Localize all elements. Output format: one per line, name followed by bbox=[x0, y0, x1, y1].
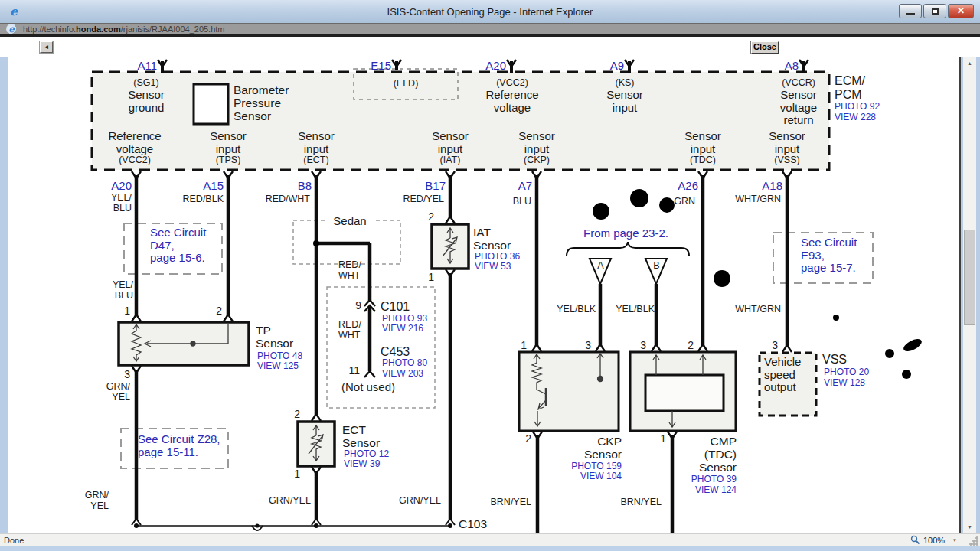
status-bar: Done 100% ▼ bbox=[0, 533, 980, 546]
c101-view-link[interactable]: VIEW 216 bbox=[382, 324, 431, 334]
tp-pin1: 1 bbox=[115, 305, 130, 317]
vccr-sub: (VCCR) bbox=[773, 78, 824, 89]
window-bottom-border bbox=[0, 546, 980, 551]
scroll-down-button[interactable]: ▼ bbox=[963, 520, 976, 533]
ecm-photo-link[interactable]: PHOTO 92 bbox=[835, 102, 888, 112]
wire-color-grn-yel-1: GRN/ YEL bbox=[101, 382, 130, 403]
ks-sensor-input-label: Sensor input bbox=[602, 89, 648, 114]
ckp-pin2: 2 bbox=[516, 433, 531, 445]
bottom-sub-ckp: (CKP) bbox=[505, 155, 569, 166]
bottom-label-vss: Sensor input bbox=[753, 130, 822, 155]
pin-a9-label[interactable]: A9 bbox=[592, 60, 624, 73]
wire-color-blu: BLU bbox=[504, 197, 531, 207]
eld-sub: (ELD) bbox=[381, 79, 430, 90]
wire-color-yel-blk-a: YEL/BLK bbox=[551, 305, 596, 315]
bottom-sub-ect: (ECT) bbox=[284, 155, 348, 166]
note-z28[interactable]: See Circuit Z28, page 15-11. bbox=[138, 433, 228, 458]
ckp-pin1: 1 bbox=[511, 340, 527, 351]
wire-color-grn-yel-ect: GRN/YEL bbox=[265, 496, 311, 507]
pin-a18-label[interactable]: A18 bbox=[750, 180, 782, 193]
reference-voltage-top-label: Reference voltage bbox=[481, 89, 544, 114]
vss-photo-link[interactable]: PHOTO 20 bbox=[824, 367, 873, 377]
ks-sub: (KS) bbox=[602, 78, 648, 89]
ckp-view-link[interactable]: VIEW 104 bbox=[570, 471, 622, 481]
pin-e15-label[interactable]: E15 bbox=[359, 60, 391, 73]
iat-view-link[interactable]: VIEW 53 bbox=[475, 262, 521, 272]
sedan-label: Sedan bbox=[325, 215, 374, 228]
wire-color-red-blk: RED/BLK bbox=[173, 194, 224, 205]
bottom-label-ect: Sensor input bbox=[282, 130, 351, 155]
ecm-bottom-pin-symbols bbox=[132, 171, 792, 178]
resize-grip[interactable] bbox=[969, 536, 978, 546]
wire-color-red-wht: RED/WHT bbox=[260, 194, 310, 205]
cmp-inner-box bbox=[645, 375, 724, 411]
ect-view-link[interactable]: VIEW 39 bbox=[344, 459, 390, 469]
pin-a15-label[interactable]: A15 bbox=[191, 180, 224, 193]
wire-color-red-yel: RED/YEL bbox=[394, 194, 444, 205]
not-used-label: (Not used) bbox=[341, 381, 412, 394]
zoom-caret-icon: ▼ bbox=[952, 538, 957, 543]
c103-id: C103 bbox=[459, 517, 497, 530]
iat-pin1: 1 bbox=[419, 272, 434, 283]
status-text: Done bbox=[4, 536, 24, 545]
sensor-ground-label: Sensor ground bbox=[113, 89, 179, 114]
scrollbar-thumb[interactable] bbox=[964, 230, 975, 325]
triangle-a-letter: A bbox=[595, 261, 606, 272]
tp-pin3: 3 bbox=[115, 369, 130, 380]
from-page-brace bbox=[567, 242, 689, 284]
c453-id: C453 bbox=[381, 345, 422, 359]
zoom-control[interactable]: 100% ▼ bbox=[910, 535, 957, 545]
wire-color-grn-yel-iat: GRN/YEL bbox=[395, 496, 441, 507]
c453-photo-link[interactable]: PHOTO 80 bbox=[382, 358, 431, 368]
tp-sensor-name: TP Sensor bbox=[256, 324, 303, 350]
ect-pin1: 1 bbox=[285, 468, 300, 480]
note-e93[interactable]: See Circuit E93, page 15-7. bbox=[801, 236, 874, 275]
c101-id: C101 bbox=[381, 300, 422, 314]
cmp-view-link[interactable]: VIEW 124 bbox=[684, 485, 737, 495]
ecm-view-link[interactable]: VIEW 228 bbox=[835, 112, 888, 122]
bottom-label-ckp: Sensor input bbox=[502, 130, 571, 155]
vss-name: VSS bbox=[822, 353, 858, 367]
cmp-pin1: 1 bbox=[651, 433, 666, 445]
ckp-pin3: 3 bbox=[576, 340, 591, 351]
triangle-b-letter: B bbox=[651, 261, 662, 272]
vertical-scrollbar[interactable]: ▲ ▼ bbox=[963, 57, 976, 533]
ect-pin2: 2 bbox=[285, 409, 300, 420]
c453-view-link[interactable]: VIEW 203 bbox=[382, 369, 431, 379]
iat-pin2: 2 bbox=[419, 211, 434, 223]
cmp-pin2: 2 bbox=[678, 340, 694, 351]
pin-a11-label[interactable]: A11 bbox=[125, 60, 157, 73]
bottom-sub-iat: (IAT) bbox=[418, 155, 482, 166]
bottom-sub-tps: (TPS) bbox=[196, 155, 260, 166]
pin-a20-label[interactable]: A20 bbox=[100, 180, 132, 193]
wire-color-yel-blk-b: YEL/BLK bbox=[610, 305, 655, 315]
wire-color-brn-yel-cmp: BRN/YEL bbox=[616, 497, 662, 508]
tp-view-link[interactable]: VIEW 125 bbox=[257, 361, 306, 371]
wire-color-grn-yel-2: GRN/ YEL bbox=[80, 491, 109, 512]
c101-pin9: 9 bbox=[346, 300, 361, 311]
pin-a20-top-label[interactable]: A20 bbox=[474, 60, 506, 73]
bottom-sub-tdc: (TDC) bbox=[671, 155, 735, 166]
pin-b8-label[interactable]: B8 bbox=[279, 180, 312, 193]
scroll-up-button[interactable]: ▲ bbox=[963, 57, 976, 70]
cmp-pin3: 3 bbox=[631, 340, 646, 351]
tp-pin2: 2 bbox=[207, 305, 222, 317]
cmp-photo-link[interactable]: PHOTO 39 bbox=[684, 474, 737, 484]
pin-a7-label[interactable]: A7 bbox=[500, 180, 532, 193]
vcc2-top-sub: (VCC2) bbox=[487, 78, 537, 89]
wire-color-brn-yel-ckp: BRN/YEL bbox=[485, 497, 531, 508]
pin-b17-label[interactable]: B17 bbox=[413, 180, 446, 193]
barometer-label: Barometer Pressure Sensor bbox=[234, 83, 304, 122]
vss-view-link[interactable]: VIEW 128 bbox=[824, 378, 873, 388]
bottom-label-vcc2: Reference voltage bbox=[100, 130, 169, 155]
bottom-label-iat: Sensor input bbox=[416, 130, 485, 155]
wire-color-red-wht-branch-2: RED/ WHT bbox=[338, 320, 368, 341]
note-d47[interactable]: See Circuit D47, page 15-6. bbox=[150, 227, 224, 265]
pin-a8-label[interactable]: A8 bbox=[766, 60, 799, 73]
from-page-note[interactable]: From page 23-2. bbox=[583, 227, 681, 240]
bottom-bus-line bbox=[132, 519, 455, 530]
bottom-label-tps: Sensor input bbox=[194, 130, 263, 155]
pin-a26-label[interactable]: A26 bbox=[666, 180, 698, 193]
branch-junction-dot bbox=[313, 240, 319, 246]
zoom-level: 100% bbox=[923, 536, 945, 545]
